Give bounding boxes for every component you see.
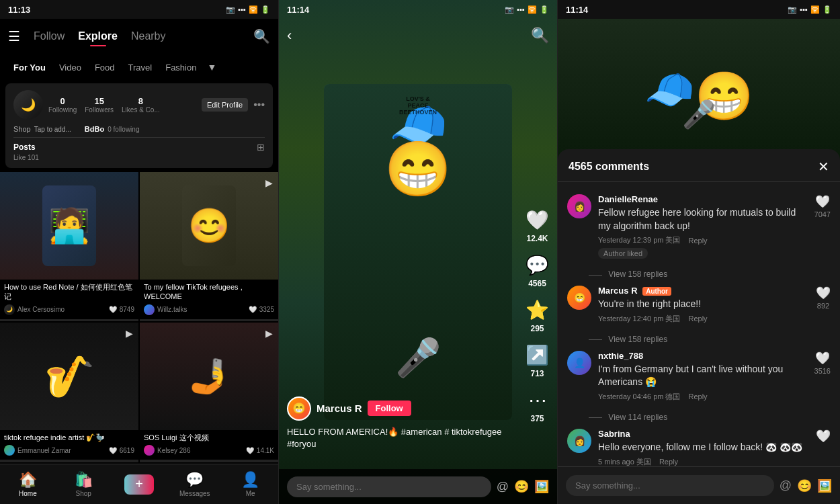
person-emoji: 😁 <box>384 138 452 201</box>
comment-heart-icon-4[interactable]: 🤍 <box>816 429 831 444</box>
username-1: Alex Cersosimo <box>17 306 106 313</box>
video-card-2[interactable]: 😊 ▶ To my fellow TikTok refugees , WELCO… <box>140 172 278 321</box>
comment-reply-3[interactable]: Reply <box>689 392 708 401</box>
comment-reply-1[interactable]: Reply <box>689 237 708 245</box>
at-icon-panel[interactable]: @ <box>780 478 792 493</box>
tab-nearby[interactable]: Nearby <box>126 25 171 48</box>
comment-avatar-3[interactable]: 👤 <box>567 351 591 375</box>
mic-emoji: 🎤 <box>395 336 442 380</box>
video-card-3[interactable]: 🎷 ▶ tiktok refugee indie artist 🎷🦤 Emman… <box>0 323 138 462</box>
like-count-3: 6619 <box>120 447 134 454</box>
hamburger-icon[interactable]: ☰ <box>8 28 20 44</box>
nav-messages[interactable]: 💬 Messages <box>167 471 222 497</box>
comment-reply-4[interactable]: Reply <box>659 458 678 466</box>
posts-icon[interactable]: ⊞ <box>257 142 265 153</box>
comment-avatar-4[interactable]: 👩 <box>567 429 591 453</box>
nav-me[interactable]: 👤 Me <box>222 471 278 497</box>
video-thumb-4: 🤳 ▶ <box>140 323 278 430</box>
comment-heart-icon-3[interactable]: 🤍 <box>815 351 830 366</box>
bottom-nav: 🏠 Home 🛍️ Shop + 💬 Messages 👤 Me <box>0 464 278 504</box>
panel-video-player: 11:14 📷 ▪▪▪ 🛜 🔋 ‹ 🔍 🧢 😁 🎤 LOV'S & PEACEB… <box>279 0 558 504</box>
camera-icon-3: 📷 <box>788 5 797 14</box>
video-card-1[interactable]: 🧑‍💻 How to use Red Note / 如何使用红色笔记 🌙 Ale… <box>0 172 138 321</box>
play-icon-2: ▶ <box>265 177 273 188</box>
more-action[interactable]: ⋯ 375 <box>528 389 547 423</box>
search-icon-btn[interactable]: 🔍 <box>253 28 270 44</box>
messages-label: Messages <box>179 490 210 497</box>
profile-avatar[interactable]: 🌙 <box>13 90 43 120</box>
image-icon-video[interactable]: 🖼️ <box>534 479 549 494</box>
nav-add[interactable]: + <box>112 474 167 495</box>
shop-followers: Tap to add... <box>34 126 71 133</box>
panel-explore: 11:13 📷 ▪▪▪ 🛜 🔋 ☰ Follow Explore Nearby … <box>0 0 279 504</box>
tab-explore[interactable]: Explore <box>73 25 123 48</box>
top-nav-1: ☰ Follow Explore Nearby 🔍 <box>0 19 278 54</box>
comment-heart-icon-1[interactable]: 🤍 <box>815 194 830 209</box>
commenter-name-4: Sabrina <box>598 429 809 439</box>
comment-item-4: 👩 Sabrina Hello everyone, follow me I fo… <box>558 422 840 466</box>
status-bar-3: 11:14 📷 ▪▪▪ 🛜 🔋 <box>558 0 840 19</box>
emoji-icon-panel[interactable]: 😊 <box>797 478 812 493</box>
comment-meta-3: Yesterday 04:46 pm 德国 Reply <box>598 392 808 402</box>
edit-profile-button[interactable]: Edit Profile <box>202 98 248 112</box>
view-replies-3[interactable]: View 114 replies <box>558 413 840 422</box>
image-icon-panel[interactable]: 🖼️ <box>817 478 832 493</box>
likes-label: Likes & Co... <box>122 106 160 114</box>
video-preview-thumbnail: 🧢 😁 🎤 <box>558 19 840 160</box>
posts-bar: Posts ⊞ <box>13 137 265 153</box>
video-meta-3: Emmanuel Zamar 🤍 6619 <box>4 445 134 456</box>
like-action[interactable]: 🤍 12.4K <box>526 209 549 243</box>
comment-content-2: Marcus R Author You're in the right plac… <box>598 286 809 324</box>
heart-icon-1: 🤍 <box>109 306 117 313</box>
person-icon-4: 🤳 <box>188 357 230 396</box>
comment-avatar-1[interactable]: 👩 <box>567 194 591 218</box>
nav-shop[interactable]: 🛍️ Shop <box>56 471 112 497</box>
comment-input-video[interactable] <box>287 476 491 497</box>
cat-travel[interactable]: Travel <box>123 60 158 75</box>
comment-action[interactable]: 💬 4565 <box>526 254 549 288</box>
video-title-2: To my fellow TikTok refugees , WELCOME <box>144 282 274 302</box>
comment-like-area-1: 🤍 7047 <box>814 194 831 259</box>
close-comments-button[interactable]: ✕ <box>818 159 829 175</box>
following-count: 0 <box>48 96 77 106</box>
subject-figure: 🧢 😁 🎤 LOV'S & PEACEBEETHOVEN <box>324 84 512 420</box>
cat-for-you[interactable]: For You <box>8 60 51 75</box>
followers-label: Followers <box>85 106 114 114</box>
cat-fashion[interactable]: Fashion <box>160 60 202 75</box>
user-avatar-4 <box>144 445 155 456</box>
comment-input-panel[interactable] <box>566 475 774 496</box>
nav-home[interactable]: 🏠 Home <box>0 471 56 497</box>
heart-action-icon: 🤍 <box>526 209 549 231</box>
cat-video[interactable]: Video <box>54 60 87 75</box>
signal-icon-3: ▪▪▪ <box>800 5 808 13</box>
view-replies-1[interactable]: View 158 replies <box>558 269 840 279</box>
creator-avatar[interactable]: 😁 <box>287 396 311 421</box>
share-action-icon: ↗️ <box>526 344 549 366</box>
add-button[interactable]: + <box>124 474 154 495</box>
search-button-video[interactable]: 🔍 <box>531 27 549 44</box>
heart-icon-4: 🤍 <box>246 447 254 454</box>
back-button[interactable]: ‹ <box>287 27 292 44</box>
comment-reply-2[interactable]: Reply <box>689 314 708 323</box>
hat-text: LOV'S & PEACEBEETHOVEN <box>398 96 438 116</box>
tab-follow[interactable]: Follow <box>28 25 70 48</box>
shop-icon: 🛍️ <box>75 471 93 489</box>
view-replies-2[interactable]: View 158 replies <box>558 335 840 344</box>
comment-avatar-2[interactable]: 😁 <box>567 286 591 310</box>
emoji-icon-video[interactable]: 😊 <box>514 479 529 494</box>
shop-link[interactable]: Shop Tap to add... <box>13 125 71 133</box>
profile-more-icon[interactable]: ••• <box>253 99 265 111</box>
time-3: 11:14 <box>566 5 588 15</box>
video-card-4[interactable]: 🤳 ▶ SOS Luigi 这个视频 Kelsey 286 🤍 14.1K <box>140 323 278 462</box>
comment-heart-icon-2[interactable]: 🤍 <box>816 286 831 300</box>
like-count-1: 8749 <box>120 306 134 313</box>
bookmark-action[interactable]: ⭐ 295 <box>526 299 549 333</box>
category-more-icon[interactable]: ▼ <box>207 62 216 73</box>
at-icon-video[interactable]: @ <box>497 480 509 494</box>
cat-food[interactable]: Food <box>89 60 120 75</box>
commenter-name-1: DanielleRenae <box>598 194 808 204</box>
username-3: Emmanuel Zamar <box>17 447 106 454</box>
share-action[interactable]: ↗️ 713 <box>526 344 549 378</box>
follow-button-video[interactable]: Follow <box>368 401 411 416</box>
comment-like-area-3: 🤍 3516 <box>814 351 831 402</box>
